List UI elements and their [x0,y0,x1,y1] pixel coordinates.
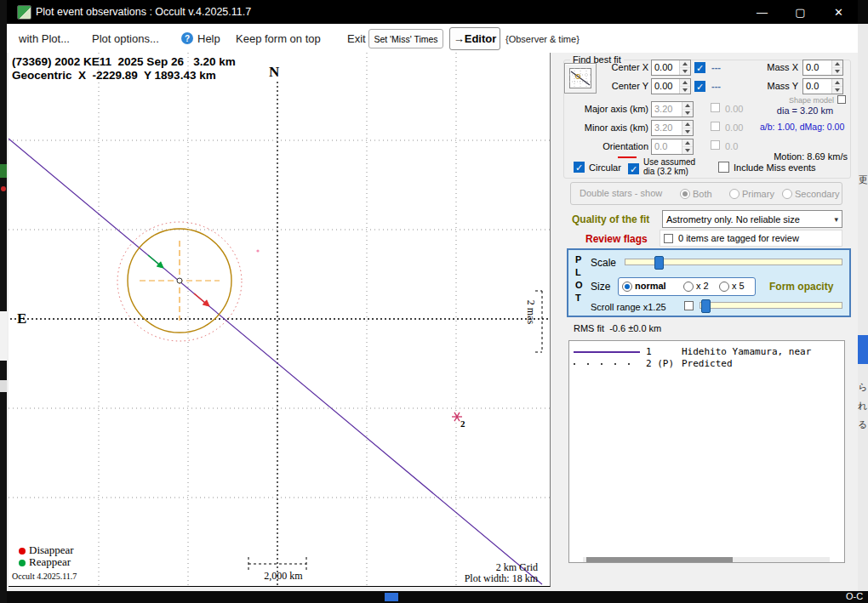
set-miss-times-button[interactable]: Set 'Miss' Times [368,29,443,48]
rms-fit-label: RMS fit -0.6 ±0.0 km [574,323,661,333]
spin-up-icon[interactable] [832,60,842,68]
spin-down-icon[interactable] [680,87,690,94]
use-assumed-checkbox[interactable] [628,163,639,174]
title-bar[interactable]: Plot event observations : Occult v.4.202… [7,0,858,24]
scroll-range-checkbox[interactable] [684,301,694,310]
spin-down-icon [682,110,693,117]
size-radio-group: normal x 2 x 5 [618,277,756,296]
observer-1-line-sample [574,351,640,353]
control-panel: Find best fit Center X 0.00 [560,53,856,591]
disappear-dot-icon [19,548,26,555]
minimize-button[interactable]: — [743,0,781,24]
spin-down-icon[interactable] [680,68,690,75]
fit-plot-icon [569,68,591,88]
size-x5-label: x 5 [732,281,745,291]
background-text: れ [858,400,868,412]
editor-label: →Editor [454,32,497,45]
orientation-label: Orientation [575,141,648,151]
center-x-value[interactable]: 0.00 [652,60,679,75]
mass-x-value[interactable]: 0.0 [803,60,831,75]
spin-up-icon[interactable] [680,79,690,87]
mas-scale-label: 2 mas [525,293,537,331]
mass-y-spinner[interactable]: 0.0 [802,78,843,94]
plot-letter-p: P [575,254,581,265]
size-x2-label: x 2 [696,281,709,291]
use-assumed-label-1: Use assumed [643,157,695,167]
shape-model-checkbox[interactable] [837,95,846,104]
quality-combobox[interactable]: Astrometry only. No reliable size ▾ [662,210,842,228]
mass-x-spinner[interactable]: 0.0 [802,60,843,76]
taskbar-fragment [385,593,398,601]
double-stars-group: Double stars - show Both Primary Seconda… [570,182,842,205]
quality-value: Astrometry only. No reliable size [666,214,800,225]
double-stars-primary-radio [729,189,740,199]
scale-label: Scale [591,257,616,269]
include-miss-checkbox[interactable] [718,162,729,173]
minor-axis-aux-checkbox [711,122,720,131]
review-flags-label: Review flags [585,233,648,245]
chevron-down-icon: ▾ [834,215,838,224]
plot-canvas[interactable]: (73369) 2002 KE11 2025 Sep 26 3.20 km Ge… [9,53,551,587]
scroll-slider-thumb[interactable] [701,299,711,313]
observer-1-name[interactable]: Hidehito Yamamura, near [682,346,811,357]
observer-list[interactable]: 1 Hidehito Yamamura, near 2 (P) Predicte… [568,340,845,563]
center-y-spinner[interactable]: 0.00 [651,78,691,94]
menu-exit[interactable]: Exit [347,32,366,45]
spin-down-icon[interactable] [832,68,842,75]
editor-button[interactable]: →Editor [449,27,500,50]
review-flags-note: 0 items are tagged for review [678,233,799,243]
scroll-slider[interactable] [700,302,842,309]
form-opacity-label[interactable]: Form opacity [769,281,833,293]
size-x2-radio[interactable] [683,282,694,292]
center-x-label: Center X [591,62,648,72]
center-x-checkbox[interactable] [694,62,705,73]
circular-checkbox[interactable] [574,162,585,173]
double-stars-secondary-label: Secondary [795,189,840,199]
menu-help[interactable]: Help [197,32,220,45]
major-axis-label: Major axis (km) [575,104,648,114]
scrollbar-thumb[interactable] [586,557,733,562]
plot-width-label: Plot width: 18 km [417,572,538,585]
major-axis-value: 3.20 [652,102,682,117]
observer-1-number[interactable]: 1 [646,346,652,357]
size-normal-label: normal [635,281,666,291]
north-label: N [269,64,279,81]
ab-dmag-label: a/b: 1.00, dMag: 0.00 [760,122,844,132]
spin-up-icon[interactable] [680,60,690,68]
center-y-value[interactable]: 0.00 [652,79,679,94]
help-icon[interactable]: ? [181,32,193,44]
circular-label: Circular [589,162,621,173]
size-label: Size [591,281,610,293]
spin-up-icon[interactable] [832,79,842,87]
observer-time-label[interactable]: {Observer & time} [505,34,580,44]
observer-2-number[interactable]: 2 (P) [646,358,674,369]
mass-y-value[interactable]: 0.0 [803,79,831,94]
close-icon: ✕ [834,6,843,19]
window-title: Plot event observations : Occult v.4.202… [36,6,251,18]
center-x-spinner[interactable]: 0.00 [651,60,691,76]
center-y-checkbox[interactable] [694,81,705,92]
menu-plot-options[interactable]: Plot options... [92,32,159,45]
plot-letter-l: L [575,267,581,277]
list-horizontal-scrollbar[interactable] [583,557,830,562]
plot-title-line1: (73369) 2002 KE11 2025 Sep 26 3.20 km [12,55,236,68]
menu-with-plot[interactable]: with Plot... [19,32,70,45]
menu-keep-on-top[interactable]: Keep form on top [236,32,321,45]
window-content: (73369) 2002 KE11 2025 Sep 26 3.20 km Ge… [7,53,858,591]
diameter-label: dia = 3.20 km [764,105,846,116]
maximize-button[interactable]: ▢ [781,0,819,24]
motion-label: Motion: 8.69 km/s [771,151,848,162]
minor-axis-value: 3.20 [652,121,682,135]
close-button[interactable]: ✕ [819,0,858,24]
observer-2-name[interactable]: Predicted [682,358,733,369]
scale-slider-thumb[interactable] [654,256,664,270]
maximize-icon: ▢ [795,6,805,19]
legend-reappear: Reappear [29,555,71,569]
review-flags-checkbox[interactable] [664,234,673,243]
major-axis-aux-checkbox [711,103,720,112]
scale-slider[interactable] [625,259,842,265]
size-normal-radio[interactable] [622,282,632,292]
size-x5-radio[interactable] [719,282,729,292]
center-x-dash: --- [711,62,721,72]
spin-down-icon[interactable] [832,87,842,94]
